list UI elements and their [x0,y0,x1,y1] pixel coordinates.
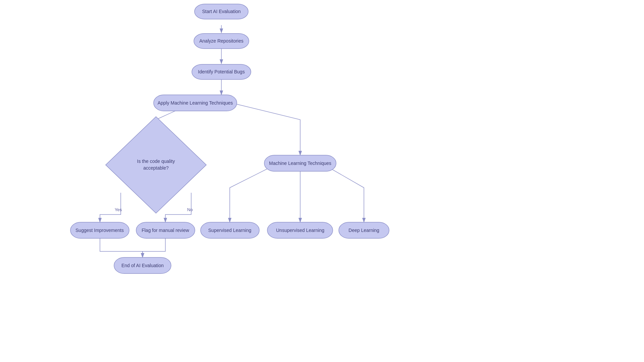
decision-label-line2: acceptable? [143,165,169,171]
apply-label: Apply Machine Learning Techniques [158,100,233,106]
analyze-label: Analyze Repositories [199,38,244,44]
arrow-suggest-end [100,238,143,257]
arrow-apply-mltech [231,103,300,155]
flag-label: Flag for manual review [142,228,190,233]
end-label: End of AI Evaluation [121,263,164,268]
no-label: No [187,207,193,212]
identify-label: Identify Potential Bugs [198,69,245,74]
yes-label: Yes [115,207,122,212]
arrow-ml-supervised [230,164,278,222]
arrow-ml-deep [322,164,364,222]
unsupervised-label: Unsupervised Learning [276,228,324,233]
arrow-flag-end [143,238,165,257]
diagram-container: Yes No Start AI Evaluation Analyze Repos… [0,0,644,362]
supervised-label: Supervised Learning [208,228,251,233]
ml-techniques-label: Machine Learning Techniques [269,161,331,166]
decision-label-line1: Is the code quality [137,159,175,164]
start-label: Start AI Evaluation [202,9,240,14]
suggest-label: Suggest Improvements [75,228,124,233]
deep-learning-label: Deep Learning [348,228,379,233]
